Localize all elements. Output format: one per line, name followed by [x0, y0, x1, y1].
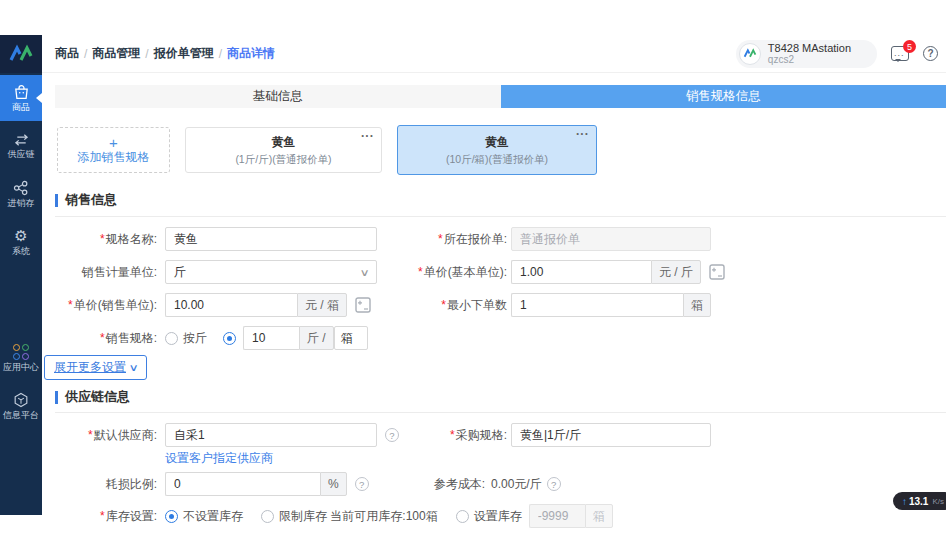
base-price-input[interactable] [511, 260, 651, 284]
min-order-label: *最小下单数 [377, 297, 507, 314]
loss-ratio-label: 耗损比例: [55, 476, 157, 493]
section-bar [55, 391, 58, 404]
required-mark: * [100, 509, 105, 523]
breadcrumb-current: 商品详情 [227, 45, 275, 62]
sale-unit-select[interactable]: 斤 ∨ [165, 260, 377, 284]
spec-unit-input[interactable]: 箱 [334, 326, 368, 350]
radio-no-stock-label: 不设置库存 [183, 508, 243, 525]
purchase-spec-input[interactable] [511, 423, 711, 447]
spec-card[interactable]: ... 黄鱼 (1斤/斤)(普通报价单) [185, 127, 382, 173]
user-subname: qzcs2 [768, 54, 851, 65]
stock-unit-addon: 箱 [585, 504, 613, 528]
help-icon[interactable]: ? [923, 46, 938, 61]
section-supply-chain-info: 供应链信息 [55, 388, 946, 413]
swap-arrows-icon [13, 133, 30, 147]
app-center-icon [13, 344, 29, 360]
help-circle-icon[interactable]: ? [355, 477, 369, 491]
avatar [739, 43, 761, 65]
sidebar-item-label: 供应链 [8, 149, 35, 159]
network-speed-indicator: ↑ 13.1 K/s [893, 492, 946, 510]
min-order-input[interactable] [511, 293, 683, 317]
required-mark: * [450, 428, 455, 442]
calculator-icon[interactable] [355, 297, 371, 313]
up-arrow-icon: ↑ [902, 496, 907, 507]
sidebar-item-label: 进销存 [8, 198, 35, 208]
sale-price-input[interactable] [165, 293, 297, 317]
chevron-down-icon: ∨ [359, 267, 369, 278]
plus-icon: + [109, 135, 118, 150]
form-row: *规格名称: *所在报价单: [55, 227, 946, 251]
tab-basic-info[interactable]: 基础信息 [55, 85, 501, 108]
set-customer-supplier-link[interactable]: 设置客户指定供应商 [165, 451, 273, 465]
sale-spec-label: *销售规格: [55, 330, 157, 347]
breadcrumb-item[interactable]: 商品管理 [92, 45, 140, 62]
radio-by-jin[interactable] [165, 332, 178, 345]
sidebar: 商品 供应链 进销存 ⚙ 系统 [0, 73, 42, 515]
sidebar-item-system[interactable]: ⚙ 系统 [0, 219, 42, 265]
breadcrumb-item[interactable]: 报价单管理 [154, 45, 214, 62]
form-row: 设置客户指定供应商 [165, 450, 946, 466]
radio-by-box[interactable] [223, 332, 236, 345]
percent-addon: % [320, 472, 347, 496]
spec-card-subtitle: (1斤/斤)(普通报价单) [235, 153, 331, 167]
radio-limit-stock-label: 限制库存 当前可用库存:100箱 [279, 508, 438, 525]
base-price-label: *单价(基本单位): [377, 264, 507, 281]
add-sales-spec-button[interactable]: + 添加销售规格 [57, 127, 170, 173]
sale-unit-label: 销售计量单位: [55, 264, 157, 281]
card-more-icon[interactable]: ... [576, 124, 589, 138]
default-supplier-input[interactable] [165, 423, 377, 447]
sidebar-item-app-center[interactable]: 应用中心 [0, 335, 42, 381]
expand-more-settings-link[interactable]: 展开更多设置 ∨ [44, 355, 147, 380]
section-title: 销售信息 [65, 191, 117, 209]
sale-price-label: *单价(销售单位): [55, 297, 157, 314]
default-supplier-label: *默认供应商: [55, 427, 157, 444]
user-account[interactable]: T8428 MAstation qzcs2 [736, 40, 877, 68]
sidebar-item-info-platform[interactable]: 信息平台 [0, 383, 42, 429]
message-icon[interactable]: ... 5 [891, 46, 909, 61]
tab-sales-spec-info[interactable]: 销售规格信息 [501, 85, 946, 108]
sale-price-unit-addon: 元 / 箱 [297, 293, 347, 317]
required-mark: * [441, 298, 446, 312]
required-mark: * [100, 331, 105, 345]
message-badge: 5 [903, 40, 916, 53]
spec-card-title: 黄鱼 [485, 134, 509, 151]
radio-no-stock[interactable] [165, 510, 178, 523]
required-mark: * [88, 428, 93, 442]
min-order-unit-addon: 箱 [683, 293, 711, 317]
spec-card-title: 黄鱼 [272, 134, 296, 151]
card-more-icon[interactable]: ... [361, 126, 374, 140]
spec-card-selected[interactable]: ... 黄鱼 (10斤/箱)(普通报价单) [397, 125, 597, 175]
app-window: 商品 / 商品管理 / 报价单管理 / 商品详情 T8428 MAstation… [0, 35, 946, 515]
spec-name-input[interactable] [165, 227, 377, 251]
sidebar-item-supply-chain[interactable]: 供应链 [0, 123, 42, 169]
breadcrumb: 商品 / 商品管理 / 报价单管理 / 商品详情 [55, 45, 275, 62]
breadcrumb-item[interactable]: 商品 [55, 45, 79, 62]
help-circle-icon[interactable]: ? [547, 477, 561, 491]
calculator-icon[interactable] [709, 264, 725, 280]
breadcrumb-separator: / [84, 47, 87, 61]
ref-cost-label: 参考成本: [377, 476, 485, 493]
spec-qty-input[interactable] [243, 326, 299, 350]
required-mark: * [68, 298, 73, 312]
purchase-spec-label: *采购规格: [377, 427, 507, 444]
sidebar-item-inventory[interactable]: 进销存 [0, 171, 42, 217]
form-row: 销售计量单位: 斤 ∨ *单价(基本单位): 元 / 斤 [55, 260, 946, 284]
message-dots: ... [894, 50, 905, 56]
loss-ratio-input[interactable] [165, 472, 320, 496]
share-nodes-icon [13, 180, 29, 196]
section-bar [55, 194, 58, 207]
section-sales-info: 销售信息 [55, 191, 946, 217]
required-mark: * [100, 232, 105, 246]
form-row: *单价(销售单位): 元 / 箱 *最小下单数 箱 [55, 293, 946, 317]
sidebar-item-label: 商品 [12, 102, 30, 112]
radio-limit-stock[interactable] [261, 510, 274, 523]
ref-cost-value: 0.00元/斤 [491, 476, 542, 493]
main-content: 基础信息 销售规格信息 + 添加销售规格 ... 黄鱼 (1斤/斤)(普通报价单… [42, 73, 946, 515]
required-mark: * [438, 232, 443, 246]
sidebar-item-label: 系统 [12, 246, 30, 256]
sidebar-item-goods[interactable]: 商品 [0, 75, 42, 121]
app-logo[interactable] [0, 35, 42, 73]
radio-set-stock[interactable] [456, 510, 469, 523]
section-title: 供应链信息 [65, 388, 130, 406]
chevron-down-icon: ∨ [129, 362, 139, 373]
